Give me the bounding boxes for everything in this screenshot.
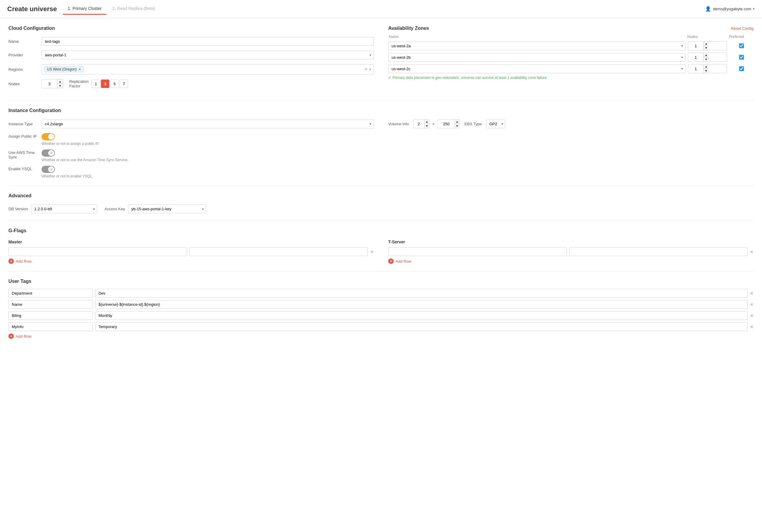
user-info: 👤 demo@yugabyte.com ▾	[705, 6, 755, 12]
nodes-down-btn[interactable]: ▼	[57, 84, 63, 88]
region-chip-remove[interactable]: ✕	[78, 67, 81, 71]
az-2-select[interactable]: us-west-2b	[388, 53, 685, 62]
az-1-preferred-checkbox[interactable]	[739, 43, 744, 48]
user-icon: 👤	[705, 6, 711, 12]
user-tags-add-row-btn[interactable]: + Add Row	[8, 334, 754, 339]
tab-read-replica[interactable]: 2. Read Replica (Beta)	[108, 3, 160, 15]
rep-btn-1[interactable]: 1	[92, 80, 100, 88]
vol-count-spinner: ▲ ▼	[413, 119, 429, 128]
access-key-select[interactable]: yb-15-aws-portal-1-key	[128, 204, 206, 213]
tab-primary-cluster[interactable]: 1. Primary Cluster	[63, 3, 106, 15]
aws-time-sync-hint: Whether or not to use the Amazon Time Sy…	[41, 158, 128, 162]
vol-count-up-btn[interactable]: ▲	[424, 119, 429, 124]
vol-size-input[interactable]	[438, 120, 454, 128]
az-2-nodes-input[interactable]	[688, 54, 703, 61]
vol-count-spinners: ▲ ▼	[424, 119, 429, 128]
user-tag-row-2: ✕	[8, 300, 754, 309]
az-1-up-btn[interactable]: ▲	[703, 41, 709, 46]
az-1-down-btn[interactable]: ▼	[703, 46, 709, 50]
checkmark-icon: ✓	[388, 76, 391, 80]
az-2-preferred-checkbox[interactable]	[739, 55, 744, 60]
ebs-type-label: EBS Type	[464, 122, 482, 126]
tserver-add-icon: +	[388, 259, 394, 264]
name-input[interactable]	[41, 37, 374, 46]
master-add-row-btn[interactable]: + Add Row	[8, 259, 374, 264]
user-tag-row-4: ✕	[8, 322, 754, 331]
tag-1-remove-btn[interactable]: ✕	[750, 291, 754, 296]
az-col-nodes: Nodes	[687, 35, 726, 39]
az-3-up-btn[interactable]: ▲	[703, 64, 709, 69]
az-2-down-btn[interactable]: ▼	[703, 57, 709, 61]
instance-config-row1: Instance Type c4.2xlarge ▾ Volume Info ▲…	[8, 119, 754, 128]
assign-public-ip-toggle[interactable]	[41, 133, 55, 140]
tag-3-value-input[interactable]	[95, 311, 747, 320]
vol-size-up-btn[interactable]: ▲	[454, 119, 459, 124]
tag-4-value-input[interactable]	[95, 322, 747, 331]
tag-1-value-input[interactable]	[95, 289, 747, 298]
az-1-select[interactable]: us-west-2a	[388, 41, 685, 50]
db-version-select[interactable]: 1.2.0.0-b9	[31, 204, 97, 213]
assign-public-ip-hint: Whether or not to assign a public IP.	[41, 142, 99, 146]
tag-4-remove-btn[interactable]: ✕	[750, 325, 754, 329]
enable-ysql-toggle[interactable]: ✕	[41, 166, 55, 173]
az-3-nodes-input[interactable]	[688, 65, 703, 73]
nodes-up-btn[interactable]: ▲	[57, 80, 63, 84]
master-value-input[interactable]	[190, 247, 368, 256]
nodes-input[interactable]	[42, 80, 57, 88]
az-3-down-btn[interactable]: ▼	[703, 69, 709, 73]
regions-dropdown-icon[interactable]: ▾	[369, 67, 371, 71]
instance-config-title: Instance Configuration	[8, 108, 754, 113]
aws-time-sync-control: ✕ Whether or not to use the Amazon Time …	[41, 149, 128, 162]
provider-select-wrapper: aws-portal-1 ▾	[41, 50, 374, 59]
master-remove-btn[interactable]: ✕	[370, 250, 374, 254]
az-2-up-btn[interactable]: ▲	[703, 53, 709, 57]
tag-3-key-input[interactable]	[8, 311, 93, 320]
tserver-remove-btn[interactable]: ✕	[750, 250, 754, 254]
master-key-input[interactable]	[8, 247, 187, 256]
db-version-label: DB Version	[8, 207, 28, 211]
tag-3-remove-btn[interactable]: ✕	[750, 313, 754, 318]
enable-ysql-row: Enable YSQL ✕ Whether or not to enable Y…	[8, 166, 754, 178]
tserver-value-input[interactable]	[569, 247, 748, 256]
instance-type-select[interactable]: c4.2xlarge	[41, 119, 374, 128]
divider-2	[8, 186, 754, 186]
tag-2-remove-btn[interactable]: ✕	[750, 302, 754, 307]
az-1-nodes-input[interactable]	[688, 42, 703, 50]
tag-4-key-input[interactable]	[8, 322, 93, 331]
tserver-add-row-btn[interactable]: + Add Row	[388, 259, 754, 264]
enable-ysql-control: ✕ Whether or not to enable YSQL.	[41, 166, 93, 178]
user-tag-row-1: ✕	[8, 289, 754, 298]
az-3-preferred-checkbox[interactable]	[739, 66, 744, 71]
vol-count-down-btn[interactable]: ▼	[424, 124, 429, 128]
az-title: Availability Zones	[388, 26, 429, 31]
vol-count-input[interactable]	[414, 120, 424, 128]
aws-time-sync-row: Use AWS Time Sync ✕ Whether or not to us…	[8, 149, 754, 162]
az-3-select[interactable]: us-west-2c	[388, 64, 685, 73]
rep-btn-5[interactable]: 5	[110, 80, 119, 88]
tag-1-key-input[interactable]	[8, 289, 93, 298]
multiplier-x: ×	[432, 122, 435, 126]
provider-row: Provider aws-portal-1 ▾	[8, 50, 374, 59]
aws-time-sync-toggle[interactable]: ✕	[41, 149, 55, 157]
rep-btn-3[interactable]: 3	[101, 80, 109, 88]
rep-btn-7[interactable]: 7	[119, 80, 128, 88]
regions-control: US West (Oregon) ✕ ✕ ▾	[41, 64, 374, 74]
ebs-type-select[interactable]: GP2	[486, 119, 505, 128]
user-dropdown-icon[interactable]: ▾	[753, 7, 755, 11]
az-3-select-wrapper: us-west-2c ▾	[388, 64, 685, 73]
access-key-label: Access Key	[105, 207, 125, 211]
db-version-select-wrapper: 1.2.0.0-b9 ▾	[31, 204, 97, 213]
regions-clear-btn[interactable]: ✕	[364, 67, 367, 71]
reset-config-btn[interactable]: Reset Config	[731, 26, 754, 31]
az-row-2: us-west-2b ▾ ▲ ▼	[388, 53, 754, 62]
tag-2-value-input[interactable]	[95, 300, 747, 309]
provider-select[interactable]: aws-portal-1	[41, 50, 374, 59]
main-content: Cloud Configuration Name Provider aws-po…	[0, 18, 762, 532]
tserver-key-input[interactable]	[388, 247, 567, 256]
vol-size-down-btn[interactable]: ▼	[454, 124, 459, 128]
gflags-master: Master ✕ + Add Row	[8, 240, 374, 264]
tserver-input-row: ✕	[388, 247, 754, 256]
tag-2-key-input[interactable]	[8, 300, 93, 309]
vol-size-spinner: ▲ ▼	[438, 119, 460, 128]
master-add-icon: +	[8, 259, 14, 264]
